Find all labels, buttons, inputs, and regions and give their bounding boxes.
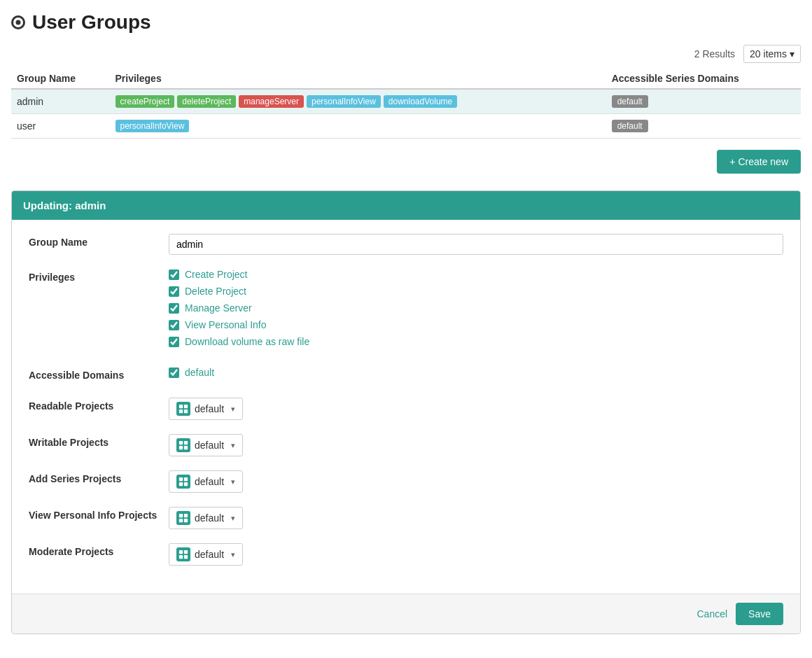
svg-rect-5 — [184, 441, 188, 444]
readable-projects-caret: ▾ — [231, 405, 235, 414]
grid-icon — [178, 477, 188, 486]
privilege-delete-project-checkbox[interactable] — [169, 286, 179, 297]
domain-default: default — [169, 367, 783, 378]
col-group-name: Group Name — [11, 69, 110, 89]
add-series-label: Add Series Projects — [29, 470, 169, 484]
svg-rect-17 — [184, 550, 188, 554]
group-name-label: Group Name — [29, 234, 169, 248]
svg-rect-4 — [179, 441, 183, 444]
svg-rect-18 — [179, 555, 183, 559]
domain-admin: default — [606, 89, 801, 114]
items-per-page-label: 20 items — [750, 48, 787, 59]
view-personal-icon — [176, 511, 190, 525]
privilege-badge-createproject: createProject — [115, 95, 175, 108]
accessible-domains-label: Accessible Domains — [29, 367, 169, 381]
add-series-row: Add Series Projects default ▾ — [29, 470, 783, 493]
privileges-admin: createProject deleteProject manageServer… — [110, 89, 606, 114]
form-header-name: admin — [75, 200, 106, 211]
view-personal-label: View Personal Info Projects — [29, 507, 169, 521]
grid-icon — [178, 550, 188, 559]
add-series-value: default — [195, 476, 224, 487]
view-personal-dropdown[interactable]: default ▾ — [169, 507, 243, 529]
privilege-view-personal-info-label: View Personal Info — [185, 319, 266, 330]
table-row[interactable]: admin createProject deleteProject manage… — [11, 89, 801, 114]
svg-rect-19 — [184, 555, 188, 559]
privilege-badge-manageserver: manageServer — [239, 95, 304, 108]
page-title: User Groups — [32, 11, 151, 34]
privilege-create-project-checkbox[interactable] — [169, 270, 179, 280]
privilege-download-volume-label: Download volume as raw file — [185, 336, 309, 347]
moderate-projects-caret: ▾ — [231, 550, 235, 559]
svg-rect-2 — [179, 410, 183, 413]
readable-projects-label: Readable Projects — [29, 398, 169, 412]
svg-rect-9 — [184, 477, 188, 481]
privilege-badge-user-personalinfoview: personalInfoView — [115, 120, 190, 132]
privilege-view-personal-info-checkbox[interactable] — [169, 320, 179, 330]
cancel-button[interactable]: Cancel — [696, 608, 727, 620]
table-row[interactable]: user personalInfoView default — [11, 114, 801, 139]
writable-projects-row: Writable Projects default ▾ — [29, 434, 783, 456]
add-series-icon — [176, 475, 190, 489]
add-series-dropdown[interactable]: default ▾ — [169, 470, 243, 493]
domain-default-label: default — [185, 367, 214, 378]
create-new-button[interactable]: + Create new — [717, 150, 801, 174]
svg-rect-3 — [184, 410, 188, 413]
privilege-badge-deleteproject: deleteProject — [177, 95, 236, 108]
moderate-projects-dropdown[interactable]: default ▾ — [169, 543, 243, 566]
form-header-prefix: Updating: — [23, 200, 72, 211]
privilege-delete-project: Delete Project — [169, 286, 783, 297]
form-footer: Cancel Save — [12, 594, 800, 634]
domain-default-checkbox[interactable] — [169, 368, 179, 378]
add-series-caret: ▾ — [231, 477, 235, 486]
moderate-projects-icon — [176, 547, 190, 561]
add-series-control: default ▾ — [169, 470, 783, 493]
readable-projects-value: default — [195, 403, 224, 414]
writable-projects-dropdown[interactable]: default ▾ — [169, 434, 243, 456]
svg-rect-14 — [179, 519, 183, 522]
svg-rect-6 — [179, 446, 183, 449]
writable-projects-icon — [176, 438, 190, 452]
page-title-row: User Groups — [11, 11, 801, 34]
svg-rect-11 — [184, 482, 188, 486]
group-name-control — [169, 234, 783, 255]
form-body: Group Name Privileges Create Project Del… — [12, 220, 800, 594]
items-per-page-dropdown[interactable]: 20 items ▾ — [743, 45, 801, 63]
moderate-projects-value: default — [195, 549, 224, 560]
group-name-input[interactable] — [169, 234, 783, 255]
svg-rect-12 — [179, 514, 183, 517]
privilege-create-project: Create Project — [169, 269, 783, 280]
readable-projects-dropdown[interactable]: default ▾ — [169, 398, 243, 420]
save-button[interactable]: Save — [736, 603, 783, 625]
domain-user: default — [606, 114, 801, 139]
col-accessible-domains: Accessible Series Domains — [606, 69, 801, 89]
privileges-label: Privileges — [29, 269, 169, 283]
privileges-row: Privileges Create Project Delete Project… — [29, 269, 783, 353]
privilege-manage-server-checkbox[interactable] — [169, 303, 179, 314]
svg-rect-15 — [184, 519, 188, 522]
privilege-download-volume: Download volume as raw file — [169, 336, 783, 347]
domain-badge-admin: default — [612, 95, 648, 108]
svg-rect-16 — [179, 550, 183, 554]
writable-projects-caret: ▾ — [231, 441, 235, 450]
privilege-badge-downloadvolume: downloadVolume — [384, 95, 457, 108]
view-personal-value: default — [195, 512, 224, 524]
privilege-download-volume-checkbox[interactable] — [169, 337, 179, 347]
col-privileges: Privileges — [110, 69, 606, 89]
privileges-user: personalInfoView — [110, 114, 606, 139]
edit-form-panel: Updating: admin Group Name Privileges Cr… — [11, 190, 801, 634]
svg-rect-7 — [184, 446, 188, 449]
privilege-create-project-label: Create Project — [185, 269, 247, 280]
svg-rect-1 — [184, 405, 188, 408]
results-count: 2 Results — [694, 48, 735, 59]
privilege-delete-project-label: Delete Project — [185, 286, 246, 297]
writable-projects-label: Writable Projects — [29, 434, 169, 448]
svg-rect-10 — [179, 482, 183, 486]
readable-projects-icon — [176, 402, 190, 416]
writable-projects-control: default ▾ — [169, 434, 783, 456]
grid-icon — [178, 513, 188, 523]
items-dropdown-caret: ▾ — [790, 48, 794, 59]
top-bar: 2 Results 20 items ▾ — [11, 45, 801, 63]
svg-rect-8 — [179, 477, 183, 481]
privilege-manage-server-label: Manage Server — [185, 302, 252, 314]
writable-projects-value: default — [195, 440, 224, 451]
